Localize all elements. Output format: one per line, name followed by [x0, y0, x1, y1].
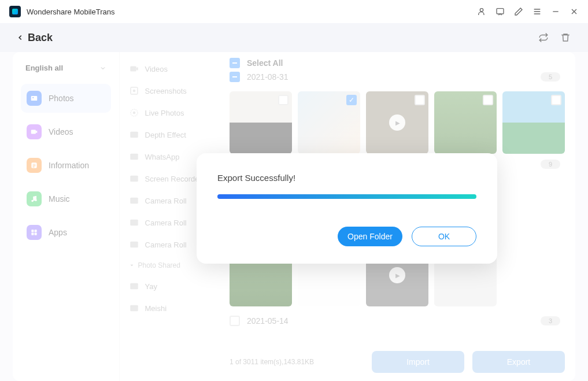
thumbnail-row — [219, 88, 575, 157]
content-header: Select All 2021-08-31 5 — [219, 52, 575, 88]
menu-icon[interactable] — [532, 7, 542, 16]
svg-rect-17 — [130, 132, 138, 138]
photo-thumbnail[interactable] — [298, 91, 360, 154]
svg-rect-12 — [130, 66, 136, 72]
album-yay[interactable]: Yay — [124, 275, 215, 297]
svg-rect-10 — [31, 233, 34, 235]
category-label: Photos — [49, 94, 74, 103]
cameraroll-icon — [129, 217, 139, 228]
svg-rect-22 — [130, 242, 138, 248]
select-all-checkbox[interactable] — [230, 58, 240, 68]
photos-icon — [27, 91, 42, 106]
group-checkbox[interactable] — [230, 72, 240, 82]
group-date: 2021-08-31 — [247, 72, 289, 82]
user-icon[interactable] — [477, 7, 486, 16]
category-label: Music — [49, 194, 70, 204]
select-all-label: Select All — [247, 58, 283, 68]
ok-button[interactable]: OK — [412, 227, 476, 246]
video-icon — [129, 64, 139, 74]
photo-thumbnail[interactable] — [230, 91, 292, 154]
category-sidebar: English all Photos Videos Information Mu… — [13, 52, 119, 381]
video-thumbnail[interactable] — [366, 91, 428, 154]
chevron-down-icon — [99, 65, 106, 72]
group-count: 5 — [541, 72, 560, 82]
svg-rect-2 — [31, 96, 38, 101]
content-footer: 1 of 3011 item(s),143.81KB Import Export — [219, 343, 575, 381]
cameraroll-icon — [129, 239, 139, 250]
thumbnail-checkbox[interactable] — [415, 95, 425, 105]
thumbnail-checkbox[interactable] — [483, 95, 493, 105]
whatsapp-icon — [129, 151, 139, 162]
album-screenshots[interactable]: Screenshots — [124, 80, 215, 102]
category-label: Apps — [49, 228, 67, 237]
select-all-row: Select All — [230, 58, 565, 68]
date-group-header: 2021-05-14 3 — [219, 310, 575, 331]
thumbnail-checkbox[interactable] — [278, 95, 289, 105]
svg-point-0 — [480, 9, 483, 12]
category-photos[interactable]: Photos — [21, 84, 111, 113]
modal-buttons: Open Folder OK — [217, 227, 476, 246]
open-folder-button[interactable]: Open Folder — [338, 227, 402, 246]
svg-rect-4 — [31, 130, 36, 134]
close-icon[interactable] — [569, 7, 579, 16]
language-selector[interactable]: English all — [21, 60, 111, 76]
modal-title: Export Successfully! — [217, 173, 476, 183]
shared-icon — [129, 281, 139, 291]
category-music[interactable]: Music — [21, 184, 111, 213]
chevron-left-icon — [16, 34, 24, 42]
export-button[interactable]: Export — [472, 351, 565, 373]
edit-icon[interactable] — [514, 7, 523, 16]
apps-icon — [27, 225, 42, 240]
category-apps[interactable]: Apps — [21, 218, 111, 247]
svg-rect-20 — [130, 198, 138, 204]
category-label: Videos — [49, 127, 73, 136]
cameraroll-icon — [129, 195, 139, 206]
group-date: 2021-05-14 — [247, 316, 289, 325]
svg-rect-8 — [31, 230, 34, 232]
export-success-modal: Export Successfully! Open Folder OK — [197, 153, 497, 264]
album-deptheffect[interactable]: Depth Effect — [124, 124, 215, 146]
svg-rect-1 — [497, 9, 504, 14]
app-title: Wondershare MobileTrans — [27, 8, 114, 16]
category-information[interactable]: Information — [21, 151, 111, 180]
minimize-icon[interactable] — [551, 7, 560, 16]
titlebar-left: Wondershare MobileTrans — [9, 6, 114, 17]
svg-rect-18 — [130, 154, 138, 160]
album-videos[interactable]: Videos — [124, 58, 215, 80]
recorder-icon — [129, 173, 139, 184]
thumbnail-checkbox[interactable] — [551, 95, 561, 105]
titlebar-right — [477, 7, 579, 16]
language-label: English all — [25, 64, 63, 72]
screenshot-icon — [129, 86, 139, 96]
app-logo — [9, 6, 21, 17]
category-label: Information — [49, 161, 89, 170]
album-livephotos[interactable]: Live Photos — [124, 102, 215, 124]
refresh-icon[interactable] — [538, 32, 549, 43]
header-actions — [538, 32, 571, 43]
trash-icon[interactable] — [560, 32, 571, 43]
svg-rect-21 — [130, 220, 138, 226]
album-meishi[interactable]: Meishi — [124, 297, 215, 319]
page-header: Back — [0, 23, 588, 52]
depth-icon — [129, 130, 139, 140]
back-button[interactable]: Back — [16, 32, 53, 44]
videos-icon — [27, 124, 42, 139]
info-icon — [27, 158, 42, 173]
group-count: 3 — [541, 316, 560, 325]
music-icon — [27, 191, 42, 206]
thumbnail-checkbox[interactable] — [346, 95, 357, 105]
footer-buttons: Import Export — [372, 351, 565, 373]
svg-rect-19 — [130, 176, 138, 182]
group-count: 9 — [541, 160, 560, 169]
svg-rect-11 — [35, 233, 37, 235]
photo-thumbnail[interactable] — [502, 91, 565, 154]
feedback-icon[interactable] — [495, 7, 505, 16]
category-videos[interactable]: Videos — [21, 117, 111, 146]
shared-icon — [129, 303, 139, 313]
import-button[interactable]: Import — [372, 351, 464, 373]
photo-thumbnail[interactable] — [434, 91, 497, 154]
triangle-down-icon — [129, 262, 135, 268]
svg-point-3 — [32, 97, 34, 98]
group-checkbox[interactable] — [230, 316, 240, 326]
svg-rect-9 — [35, 230, 37, 232]
